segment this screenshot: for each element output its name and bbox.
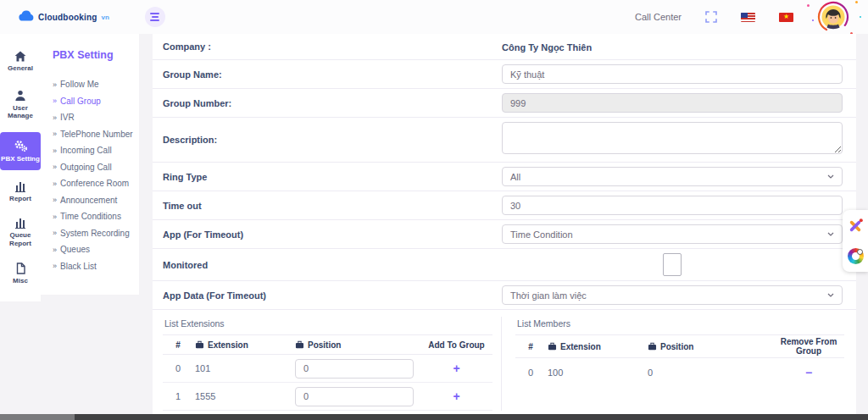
submenu-item-black-list[interactable]: »Black List <box>53 258 134 275</box>
add-to-group-button[interactable]: + <box>453 390 459 402</box>
gears-icon <box>14 140 28 152</box>
extension-row: 1 1555 + <box>163 383 492 411</box>
rail-item-misc[interactable]: Misc <box>0 257 41 290</box>
ext-position-input[interactable] <box>295 387 414 406</box>
member-row: 0 100 0 − <box>515 358 844 386</box>
member-position: 0 <box>646 366 773 379</box>
bottom-scrollbar[interactable] <box>0 414 868 420</box>
app-data-timeout-select[interactable]: Thời gian làm việc <box>502 285 843 305</box>
avatar[interactable] <box>817 1 849 33</box>
us-flag-icon[interactable] <box>741 13 755 22</box>
submenu-item-incoming-call[interactable]: »Incoming Call <box>53 142 134 159</box>
topbar: Cloudbooking vn Call Center ★ <box>0 0 868 34</box>
briefcase-icon <box>648 342 657 351</box>
rail-item-label: Report <box>9 195 31 203</box>
member-extension: 100 <box>546 366 646 379</box>
member-index: 0 <box>515 366 546 379</box>
submenu-item-system-recording[interactable]: »System Recording <box>53 225 134 242</box>
group-name-input[interactable] <box>502 64 843 84</box>
description-label: Description: <box>163 135 502 145</box>
rail-item-report[interactable]: Report <box>0 177 41 208</box>
ring-type-row: Ring Type All <box>153 163 856 191</box>
remove-from-group-button[interactable]: − <box>805 367 812 379</box>
col-position: Position <box>646 340 773 353</box>
ext-number: 1555 <box>193 390 293 403</box>
extensions-header-row: # Extension Position Add To Group <box>163 334 492 355</box>
cloud-logo-icon <box>19 9 34 25</box>
monitored-row: Monitored <box>153 249 856 281</box>
submenu-item-call-group[interactable]: »Call Group <box>53 93 134 110</box>
briefcase-icon <box>548 342 557 351</box>
time-out-label: Time out <box>163 201 502 211</box>
col-remove-from-group: Remove From Group <box>773 335 844 357</box>
time-out-row: Time out <box>153 191 856 220</box>
app-timeout-label: App (For Timeout) <box>163 229 502 240</box>
list-members-title: List Members <box>515 317 844 334</box>
submenu-item-follow-me[interactable]: »Follow Me <box>53 76 134 93</box>
submenu-item-time-conditions[interactable]: »Time Conditions <box>53 208 134 225</box>
monitored-label: Monitored <box>163 260 502 270</box>
group-number-row: Group Number: <box>153 89 856 118</box>
company-row: Company : Công Ty Ngọc Thiên <box>153 34 856 60</box>
rail-item-pbx-setting[interactable]: PBX Setting <box>0 132 41 171</box>
chevron-down-icon <box>827 293 834 297</box>
chevron-down-icon <box>827 232 834 236</box>
col-extension: Extension <box>193 339 293 351</box>
members-header-row: # Extension Position Remove From Group <box>515 334 844 358</box>
col-add-to-group: Add To Group <box>420 339 492 351</box>
brand-name: Cloudbooking <box>38 13 97 22</box>
time-out-input[interactable] <box>502 196 843 215</box>
rail-item-general[interactable]: General <box>0 46 41 78</box>
menu-toggle-icon[interactable] <box>145 7 165 27</box>
pbx-submenu: PBX Setting »Follow Me »Call Group »IVR … <box>41 34 139 295</box>
rail-item-label: General <box>8 64 33 73</box>
ring-type-label: Ring Type <box>163 172 502 182</box>
rail-item-label: PBX Setting <box>1 155 40 163</box>
ring-type-select[interactable]: All <box>502 167 843 186</box>
monitored-checkbox[interactable] <box>663 253 682 276</box>
col-index: # <box>515 340 546 353</box>
tools-icon[interactable] <box>847 218 864 235</box>
bar-chart-icon <box>15 218 26 229</box>
brand-logo[interactable]: Cloudbooking vn <box>19 9 109 25</box>
add-to-group-button[interactable]: + <box>453 362 459 374</box>
col-index: # <box>163 339 193 351</box>
description-textarea[interactable] <box>502 122 843 154</box>
description-row: Description: <box>153 118 856 163</box>
rail-item-user-manage[interactable]: User Manage <box>0 85 41 125</box>
col-position: Position <box>293 339 420 351</box>
icon-rail: General User Manage PBX Setting Report Q… <box>0 34 41 301</box>
rail-item-queue-report[interactable]: Queue Report <box>0 213 41 252</box>
submenu-item-telephone-number[interactable]: »TelePhone Number <box>53 126 134 143</box>
app-timeout-row: App (For Timeout) Time Condition <box>153 220 856 249</box>
company-value: Công Ty Ngọc Thiên <box>502 42 592 52</box>
vn-flag-icon[interactable]: ★ <box>779 13 793 22</box>
submenu-item-announcement[interactable]: »Announcement <box>53 192 134 209</box>
company-label: Company : <box>163 41 502 52</box>
group-number-label: Group Number: <box>163 98 502 108</box>
call-group-form: Company : Công Ty Ngọc Thiên Group Name:… <box>153 34 856 415</box>
submenu-item-ivr[interactable]: »IVR <box>53 109 134 126</box>
ext-index: 1 <box>163 390 193 403</box>
bar-chart-icon <box>15 182 26 192</box>
group-number-input <box>502 93 843 113</box>
ext-number: 101 <box>193 362 293 375</box>
submenu-item-queues[interactable]: »Queues <box>53 241 134 258</box>
briefcase-icon <box>295 340 304 349</box>
submenu-item-outgoing-call[interactable]: »Outgoing Call <box>53 159 134 176</box>
briefcase-icon <box>195 340 204 349</box>
extension-row: 0 101 + <box>163 355 492 383</box>
app-timeout-select[interactable]: Time Condition <box>502 224 843 244</box>
group-name-row: Group Name: <box>153 60 856 89</box>
ext-position-input[interactable] <box>295 359 414 379</box>
group-name-label: Group Name: <box>163 69 502 80</box>
list-members-table: List Members # Extension Position Remove… <box>515 317 844 411</box>
submenu-title: PBX Setting <box>53 49 134 61</box>
color-wheel-icon[interactable] <box>848 248 864 264</box>
submenu-item-conference-room[interactable]: »Conference Room <box>53 175 134 192</box>
col-extension: Extension <box>546 340 646 353</box>
floating-tools-panel <box>843 210 868 272</box>
list-extensions-title: List Extensions <box>163 317 492 334</box>
app-data-timeout-label: App Data (For Timeout) <box>163 290 502 301</box>
fullscreen-icon[interactable] <box>705 11 717 23</box>
